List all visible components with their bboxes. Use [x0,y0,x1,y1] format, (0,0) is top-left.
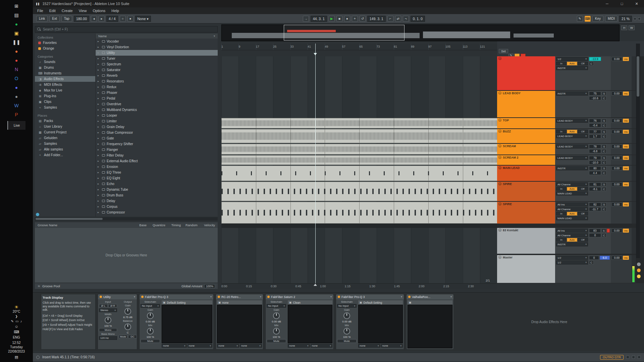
track-header[interactable]: ▾ MAIN LEAD [497,166,555,181]
pan-value[interactable]: C [589,62,594,66]
overview-viewport[interactable] [284,25,405,41]
monitor-off-button[interactable]: Off [578,212,588,216]
browser-device-item[interactable]: ▸ Redux [96,84,218,90]
audio-clip-scream2[interactable] [221,155,497,165]
sidebar-collection-item[interactable]: Favorites [35,40,95,46]
mix-knob[interactable] [147,328,154,335]
device-menu-icon[interactable]: ▾ [450,295,452,298]
expand-chevron-icon[interactable]: ▸ [98,97,100,100]
follow-button[interactable]: → [303,16,309,22]
browser-device-item[interactable]: ▸ Looper [96,113,218,118]
monitor-off-button[interactable]: Off [578,238,588,242]
sidebar-category-item[interactable]: ⌨ Instruments [35,70,95,76]
sidebar-place-item[interactable]: ▤ Packs [35,118,95,124]
param-chooser[interactable]: none▾ [288,344,310,348]
scrollbar-handle[interactable] [36,218,103,220]
volume-db-value[interactable]: -8.1 [589,187,601,191]
pan-value[interactable]: C [602,233,606,237]
browser-device-item[interactable]: ▸ Delay [96,198,218,204]
track-delay-value[interactable]: 0.00 [611,229,622,233]
cue-out-chooser[interactable]: 1/2▾ [556,256,588,260]
browser-device-item[interactable]: ▸ EQ Three [96,170,218,175]
time-signature-field[interactable]: 4 / 4 [106,16,118,22]
unfold-icon[interactable]: ▾ [498,182,501,185]
obs-icon[interactable]: ● [8,92,24,101]
balance-value[interactable]: C [119,331,137,334]
groove-wave-icon[interactable]: ≋ [38,284,40,288]
track-delay-value[interactable]: 0.00 [611,182,622,186]
close-button[interactable]: ✕ [629,0,644,7]
track-delay-value[interactable]: 0.00 [611,119,622,123]
live-running-app[interactable]: Live [7,121,25,130]
browser-device-item[interactable]: ▸ Echo [96,181,218,187]
status-led-yellow[interactable] [637,275,641,278]
monitor-in-button[interactable]: In [556,212,567,216]
expand-chevron-icon[interactable]: ▸ [98,68,100,71]
browser-device-item[interactable]: ▸ Flanger [96,147,218,153]
loop-length-field[interactable]: 0. 1. 0 [411,16,425,22]
plugin-screen[interactable] [358,305,403,343]
unfold-icon[interactable]: ▾ [498,166,501,169]
ableton-live-icon[interactable]: ❚❚ [8,38,24,47]
device-on-icon[interactable] [338,296,340,298]
monitor-auto-button[interactable]: Auto [567,187,577,191]
search-input[interactable] [43,27,215,31]
sidechain-input-chooser[interactable]: No Input▾ [267,304,286,308]
track-header[interactable]: ▾ SPIRE [497,182,555,201]
sidebar-category-item[interactable]: ▦ Drums [35,65,95,70]
solo-button[interactable]: S [602,166,606,170]
pan-value[interactable]: C [602,171,606,175]
expand-chevron-icon[interactable]: ▸ [98,160,100,163]
output-chooser[interactable]: MAIN LEAD▾ [556,191,588,195]
param-chooser[interactable]: none▾ [381,344,403,348]
sidebar-category-item[interactable]: ◈ Max for Live [35,87,95,93]
play-button[interactable]: ▶ [329,16,335,22]
param-chooser[interactable]: none▾ [162,344,187,348]
track-header[interactable]: ▾ TOP [497,118,555,128]
set-locator-button[interactable]: Set [499,49,508,53]
powerpoint-icon[interactable]: P [8,110,24,119]
ext-button[interactable]: Ext [49,16,59,22]
solo-button[interactable]: S [602,156,606,160]
beat-time-ruler[interactable]: 191725334149576573818997105113121 [221,44,497,50]
output-chooser[interactable]: LEAD BODY▾ [556,156,588,160]
metronome-icon[interactable]: ○ [120,16,126,22]
clock[interactable]: 12:52 Tuesday 22/08/2023 [8,341,25,354]
track-delay-value[interactable]: 0.00 [611,202,622,206]
menu-item[interactable]: View [76,7,90,14]
output-chooser[interactable]: 1/2▾ [556,57,588,61]
param-chooser[interactable]: none▾ [187,344,213,348]
reenable-automation-button[interactable]: ↺ [360,16,366,22]
monitor-auto-button[interactable]: Auto [567,130,577,133]
expand-chevron-icon[interactable]: ▸ [98,120,100,123]
browser-device-item[interactable]: ▸ Dynamic Tube [96,187,218,192]
expand-chevron-icon[interactable]: ▸ [98,80,100,83]
mono-button[interactable]: Mono [99,328,117,332]
solo-button[interactable]: S [602,202,606,206]
monitor-off-button[interactable]: Off [578,130,588,133]
device-menu-icon[interactable]: ▾ [260,295,261,298]
width-knob[interactable] [105,317,111,323]
volume-value[interactable]: 0 [589,256,599,260]
track-header[interactable]: ▾ SCREAM [497,144,555,155]
unfold-icon[interactable]: ▾ [498,156,501,159]
link-button[interactable]: Link [36,16,48,22]
device-title-bar[interactable]: ValhallaRoo... ▾ [407,294,453,299]
audio-clip-buzz[interactable] [221,129,497,143]
volume-value[interactable]: 77 [589,130,601,134]
mute-button[interactable]: Mute [337,339,357,343]
arrangement-vertical-scrollbar[interactable] [636,44,640,258]
preset-bar[interactable]: ▣ [408,300,452,305]
mix-knob[interactable] [273,328,280,335]
midi-clip-spire2[interactable] [221,202,497,224]
volume-db-value[interactable]: -6.8 [589,149,601,153]
mute-button[interactable]: Mute [119,335,127,339]
param-chooser[interactable]: none▾ [358,344,380,348]
word-icon[interactable]: W [8,101,24,110]
browser-device-item[interactable]: ▸ Limiter [96,118,218,124]
groove-pool-label[interactable]: Groove Pool [42,284,60,288]
volume-value[interactable]: 81 [589,182,601,186]
browser-device-item[interactable]: ▸ Overdrive [96,101,218,107]
volume-value[interactable]: -13.9 [589,57,601,61]
browser-device-item[interactable]: ▸ Pedal [96,96,218,101]
